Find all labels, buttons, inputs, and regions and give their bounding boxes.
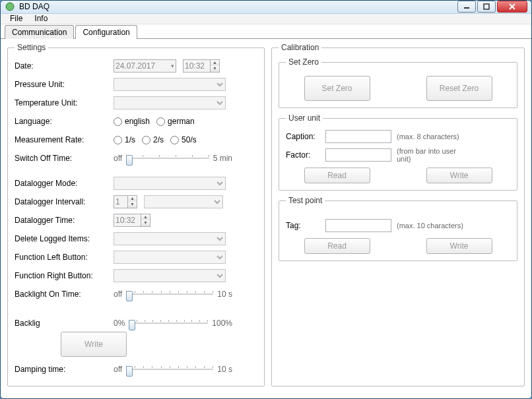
delete-logged-select[interactable] xyxy=(114,232,226,245)
time-spinner[interactable]: ▲▼ xyxy=(183,59,220,73)
fn-right-select[interactable] xyxy=(114,269,226,282)
setzero-legend: Set Zero xyxy=(286,57,321,67)
minimize-button[interactable] xyxy=(457,1,476,13)
menu-file[interactable]: File xyxy=(10,14,22,23)
maximize-icon xyxy=(483,3,490,10)
date-label: Date: xyxy=(15,61,114,71)
damping-max: 10 s xyxy=(217,365,232,374)
svg-point-0 xyxy=(6,3,14,11)
tab-configuration[interactable]: Configuration xyxy=(75,25,137,39)
backlight-on-slider[interactable] xyxy=(126,288,213,300)
dl-mode-label: Datalogger Mode: xyxy=(15,179,114,188)
slider-thumb-icon[interactable] xyxy=(126,366,133,377)
date-value: 24.07.2017 xyxy=(116,61,155,71)
backlight-pct-slider[interactable] xyxy=(129,317,208,329)
language-label: Language: xyxy=(15,117,114,126)
window-title: BD DAQ xyxy=(19,2,457,11)
close-icon xyxy=(509,3,515,10)
dl-time-value[interactable] xyxy=(114,214,141,226)
damping-slider[interactable] xyxy=(126,363,213,375)
lang-english-radio[interactable]: english xyxy=(114,117,150,126)
backlight-on-min: off xyxy=(114,290,122,299)
testpoint-group: Test point Tag: (max. 10 characters) Rea… xyxy=(279,196,517,261)
factor-label: Factor: xyxy=(286,150,325,160)
rate-50-radio[interactable]: 50/s xyxy=(170,135,197,144)
calibration-legend: Calibration xyxy=(279,43,321,52)
userunit-group: User unit Caption: (max. 8 characters) F… xyxy=(279,113,517,191)
setzero-group: Set Zero Set Zero Reset Zero xyxy=(279,57,517,108)
slider-thumb-icon[interactable] xyxy=(126,291,133,301)
spin-down-icon[interactable]: ▼ xyxy=(141,220,150,226)
fn-right-label: Function Right Button: xyxy=(15,271,114,280)
spin-up-icon[interactable]: ▲ xyxy=(141,214,150,220)
backlight-on-label: Backlight On Time: xyxy=(15,290,114,299)
slider-thumb-icon[interactable] xyxy=(129,320,135,330)
settings-group: Settings Date: 24.07.2017 ▾ ▲▼ xyxy=(7,43,265,386)
caption-label: Caption: xyxy=(286,132,325,141)
userunit-read-button[interactable]: Read xyxy=(304,168,370,183)
lang-german-radio[interactable]: german xyxy=(156,117,195,126)
testpoint-legend: Test point xyxy=(286,196,325,205)
close-button[interactable] xyxy=(497,1,527,13)
slider-thumb-icon[interactable] xyxy=(126,155,133,166)
reset-zero-button[interactable]: Reset Zero xyxy=(426,76,492,101)
tag-input[interactable] xyxy=(325,219,391,232)
calibration-group: Calibration Set Zero Set Zero Reset Zero… xyxy=(271,43,525,386)
switch-off-label: Switch Off Time: xyxy=(15,154,114,163)
fn-left-label: Function Left Button: xyxy=(15,253,114,262)
temperature-unit-label: Temperature Unit: xyxy=(15,98,114,107)
dl-time-label: Datalogger Time: xyxy=(15,216,114,225)
pressure-unit-select[interactable] xyxy=(114,78,226,91)
spin-up-icon[interactable]: ▲ xyxy=(210,60,219,66)
factor-input[interactable] xyxy=(325,148,391,162)
backlight-pct-min: 0% xyxy=(114,319,125,328)
spin-down-icon[interactable]: ▼ xyxy=(127,202,137,208)
menubar: File Info xyxy=(1,14,531,24)
set-zero-button[interactable]: Set Zero xyxy=(304,76,370,101)
testpoint-read-button[interactable]: Read xyxy=(304,238,370,254)
content: Settings Date: 24.07.2017 ▾ ▲▼ xyxy=(1,39,531,398)
tabstrip: Communication Configuration xyxy=(1,24,531,39)
app-icon xyxy=(5,1,15,12)
temperature-unit-select[interactable] xyxy=(114,96,226,109)
titlebar: BD DAQ xyxy=(1,1,531,14)
userunit-legend: User unit xyxy=(286,113,323,123)
tab-communication[interactable]: Communication xyxy=(5,25,74,39)
rate-1-radio[interactable]: 1/s xyxy=(114,135,135,144)
date-picker[interactable]: 24.07.2017 ▾ xyxy=(114,59,176,73)
settings-write-button[interactable]: Write xyxy=(61,332,127,357)
meas-rate-label: Measurement Rate: xyxy=(15,135,114,144)
userunit-write-button[interactable]: Write xyxy=(426,168,492,183)
caption-input[interactable] xyxy=(325,130,391,143)
spin-up-icon[interactable]: ▲ xyxy=(127,196,137,202)
time-value[interactable] xyxy=(183,60,210,72)
dl-interval-unit-select[interactable] xyxy=(144,195,223,208)
testpoint-write-button[interactable]: Write xyxy=(426,238,492,254)
damping-label: Damping time: xyxy=(15,365,114,374)
backlight-pct-max: 100% xyxy=(212,319,232,328)
settings-legend: Settings xyxy=(15,43,48,52)
switch-off-min: off xyxy=(114,154,122,163)
switch-off-slider[interactable] xyxy=(126,152,209,164)
dl-time-spinner[interactable]: ▲▼ xyxy=(114,214,150,227)
tag-label: Tag: xyxy=(286,221,325,230)
maximize-button[interactable] xyxy=(477,1,496,13)
caption-hint: (max. 8 characters) xyxy=(397,133,459,140)
damping-min: off xyxy=(114,365,122,374)
tag-hint: (max. 10 characters) xyxy=(397,222,463,230)
backlight-on-max: 10 s xyxy=(217,290,232,299)
chevron-down-icon: ▾ xyxy=(171,63,174,69)
dl-interval-spinner[interactable]: ▲▼ xyxy=(114,195,137,208)
backlight-label-truncated: Backlig xyxy=(15,319,114,328)
dl-interval-value[interactable] xyxy=(114,196,127,208)
dl-mode-select[interactable] xyxy=(114,177,226,190)
fn-left-select[interactable] xyxy=(114,251,226,264)
app-window: BD DAQ File Info Communication Configura… xyxy=(0,0,532,399)
spin-down-icon[interactable]: ▼ xyxy=(210,66,219,72)
dl-interval-label: Datalogger Intervall: xyxy=(15,197,114,206)
rate-2-radio[interactable]: 2/s xyxy=(142,135,164,144)
factor-hint: (from bar into user unit) xyxy=(397,147,469,163)
minimize-icon xyxy=(463,3,470,10)
menu-info[interactable]: Info xyxy=(34,14,48,23)
svg-rect-2 xyxy=(484,4,489,9)
